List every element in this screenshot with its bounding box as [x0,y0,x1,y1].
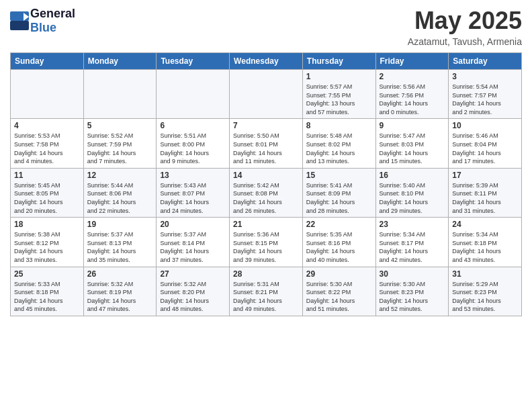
day-info: Sunrise: 5:41 AM Sunset: 8:09 PM Dayligh… [306,181,372,215]
day-number: 26 [87,269,153,279]
logo-text: General Blue [30,7,75,35]
day-info: Sunrise: 5:34 AM Sunset: 8:17 PM Dayligh… [380,230,445,264]
day-number: 13 [160,171,226,180]
day-number: 22 [306,220,372,229]
day-info: Sunrise: 5:38 AM Sunset: 8:12 PM Dayligh… [14,230,80,264]
cell-w1-d2 [83,70,157,119]
day-number: 1 [306,72,372,81]
cell-w5-d6: 30Sunrise: 5:30 AM Sunset: 8:23 PM Dayli… [375,267,449,316]
day-info: Sunrise: 5:51 AM Sunset: 8:00 PM Dayligh… [160,132,226,165]
day-info: Sunrise: 5:32 AM Sunset: 8:19 PM Dayligh… [87,280,153,314]
day-info: Sunrise: 5:46 AM Sunset: 8:04 PM Dayligh… [452,132,518,165]
day-number: 16 [380,171,445,180]
logo-blue: Blue [30,21,75,35]
day-number: 8 [306,121,372,130]
day-info: Sunrise: 5:42 AM Sunset: 8:08 PM Dayligh… [233,181,299,215]
day-number: 19 [87,220,153,229]
day-info: Sunrise: 5:31 AM Sunset: 8:21 PM Dayligh… [233,280,299,314]
day-info: Sunrise: 5:32 AM Sunset: 8:20 PM Dayligh… [160,280,226,314]
day-number: 18 [14,220,80,229]
day-number: 5 [87,121,153,130]
week-row-5: 25Sunrise: 5:33 AM Sunset: 8:18 PM Dayli… [11,267,522,316]
day-info: Sunrise: 5:35 AM Sunset: 8:16 PM Dayligh… [306,230,372,264]
cell-w5-d4: 28Sunrise: 5:31 AM Sunset: 8:21 PM Dayli… [230,267,303,316]
cell-w1-d1 [11,70,84,119]
logo: General Blue [10,7,75,35]
cell-w2-d2: 5Sunrise: 5:52 AM Sunset: 7:59 PM Daylig… [83,119,157,168]
cell-w5-d3: 27Sunrise: 5:32 AM Sunset: 8:20 PM Dayli… [157,267,230,316]
day-number: 7 [233,121,299,130]
day-info: Sunrise: 5:36 AM Sunset: 8:15 PM Dayligh… [233,230,299,264]
day-info: Sunrise: 5:57 AM Sunset: 7:55 PM Dayligh… [306,83,372,116]
month-title: May 2025 [408,7,522,35]
cell-w1-d7: 3Sunrise: 5:54 AM Sunset: 7:57 PM Daylig… [449,70,522,119]
day-info: Sunrise: 5:53 AM Sunset: 7:58 PM Dayligh… [14,132,80,165]
day-info: Sunrise: 5:33 AM Sunset: 8:18 PM Dayligh… [14,280,80,314]
cell-w4-d1: 18Sunrise: 5:38 AM Sunset: 8:12 PM Dayli… [11,218,84,267]
cell-w2-d7: 10Sunrise: 5:46 AM Sunset: 8:04 PM Dayli… [449,119,522,168]
day-info: Sunrise: 5:44 AM Sunset: 8:06 PM Dayligh… [87,181,153,215]
week-row-2: 4Sunrise: 5:53 AM Sunset: 7:58 PM Daylig… [11,119,522,168]
calendar-table: Sunday Monday Tuesday Wednesday Thursday… [10,52,522,316]
day-number: 10 [452,121,518,130]
cell-w1-d4 [230,70,303,119]
day-info: Sunrise: 5:30 AM Sunset: 8:22 PM Dayligh… [306,280,372,314]
location: Azatamut, Tavush, Armenia [408,36,522,47]
day-info: Sunrise: 5:45 AM Sunset: 8:05 PM Dayligh… [14,181,80,215]
title-block: May 2025 Azatamut, Tavush, Armenia [408,7,522,47]
cell-w2-d4: 7Sunrise: 5:50 AM Sunset: 8:01 PM Daylig… [230,119,303,168]
day-info: Sunrise: 5:34 AM Sunset: 8:18 PM Dayligh… [452,230,518,264]
day-number: 15 [306,171,372,180]
cell-w5-d7: 31Sunrise: 5:29 AM Sunset: 8:23 PM Dayli… [449,267,522,316]
cell-w1-d6: 2Sunrise: 5:56 AM Sunset: 7:56 PM Daylig… [375,70,449,119]
day-number: 23 [380,220,445,229]
logo-general: General [30,7,75,21]
calendar-body: 1Sunrise: 5:57 AM Sunset: 7:55 PM Daylig… [11,70,522,316]
col-saturday: Saturday [449,53,522,70]
cell-w3-d2: 12Sunrise: 5:44 AM Sunset: 8:06 PM Dayli… [83,168,157,217]
day-number: 2 [380,72,445,81]
day-info: Sunrise: 5:56 AM Sunset: 7:56 PM Dayligh… [380,83,445,116]
day-number: 25 [14,269,80,279]
cell-w1-d5: 1Sunrise: 5:57 AM Sunset: 7:55 PM Daylig… [302,70,375,119]
cell-w4-d4: 21Sunrise: 5:36 AM Sunset: 8:15 PM Dayli… [230,218,303,267]
cell-w5-d1: 25Sunrise: 5:33 AM Sunset: 8:18 PM Dayli… [11,267,84,316]
day-number: 12 [87,171,153,180]
day-number: 20 [160,220,226,229]
calendar-header: Sunday Monday Tuesday Wednesday Thursday… [11,53,522,70]
cell-w2-d1: 4Sunrise: 5:53 AM Sunset: 7:58 PM Daylig… [11,119,84,168]
week-row-3: 11Sunrise: 5:45 AM Sunset: 8:05 PM Dayli… [11,168,522,217]
col-thursday: Thursday [302,53,375,70]
cell-w5-d5: 29Sunrise: 5:30 AM Sunset: 8:22 PM Dayli… [302,267,375,316]
day-info: Sunrise: 5:39 AM Sunset: 8:11 PM Dayligh… [452,181,518,215]
week-row-1: 1Sunrise: 5:57 AM Sunset: 7:55 PM Daylig… [11,70,522,119]
page: General Blue May 2025 Azatamut, Tavush, … [0,0,532,323]
cell-w2-d6: 9Sunrise: 5:47 AM Sunset: 8:03 PM Daylig… [375,119,449,168]
cell-w3-d5: 15Sunrise: 5:41 AM Sunset: 8:09 PM Dayli… [302,168,375,217]
cell-w4-d5: 22Sunrise: 5:35 AM Sunset: 8:16 PM Dayli… [302,218,375,267]
day-info: Sunrise: 5:37 AM Sunset: 8:13 PM Dayligh… [87,230,153,264]
day-number: 3 [452,72,518,81]
day-number: 27 [160,269,226,279]
day-number: 21 [233,220,299,229]
day-info: Sunrise: 5:48 AM Sunset: 8:02 PM Dayligh… [306,132,372,165]
cell-w5-d2: 26Sunrise: 5:32 AM Sunset: 8:19 PM Dayli… [83,267,157,316]
day-number: 31 [452,269,518,279]
svg-rect-1 [10,21,29,30]
week-row-4: 18Sunrise: 5:38 AM Sunset: 8:12 PM Dayli… [11,218,522,267]
day-info: Sunrise: 5:29 AM Sunset: 8:23 PM Dayligh… [452,280,518,314]
header: General Blue May 2025 Azatamut, Tavush, … [10,7,522,47]
col-monday: Monday [83,53,157,70]
cell-w3-d1: 11Sunrise: 5:45 AM Sunset: 8:05 PM Dayli… [11,168,84,217]
day-info: Sunrise: 5:54 AM Sunset: 7:57 PM Dayligh… [452,83,518,116]
cell-w4-d2: 19Sunrise: 5:37 AM Sunset: 8:13 PM Dayli… [83,218,157,267]
day-number: 14 [233,171,299,180]
day-info: Sunrise: 5:40 AM Sunset: 8:10 PM Dayligh… [380,181,445,215]
day-info: Sunrise: 5:43 AM Sunset: 8:07 PM Dayligh… [160,181,226,215]
day-number: 29 [306,269,372,279]
header-row: Sunday Monday Tuesday Wednesday Thursday… [11,53,522,70]
cell-w3-d6: 16Sunrise: 5:40 AM Sunset: 8:10 PM Dayli… [375,168,449,217]
day-info: Sunrise: 5:37 AM Sunset: 8:14 PM Dayligh… [160,230,226,264]
day-number: 6 [160,121,226,130]
day-number: 4 [14,121,80,130]
